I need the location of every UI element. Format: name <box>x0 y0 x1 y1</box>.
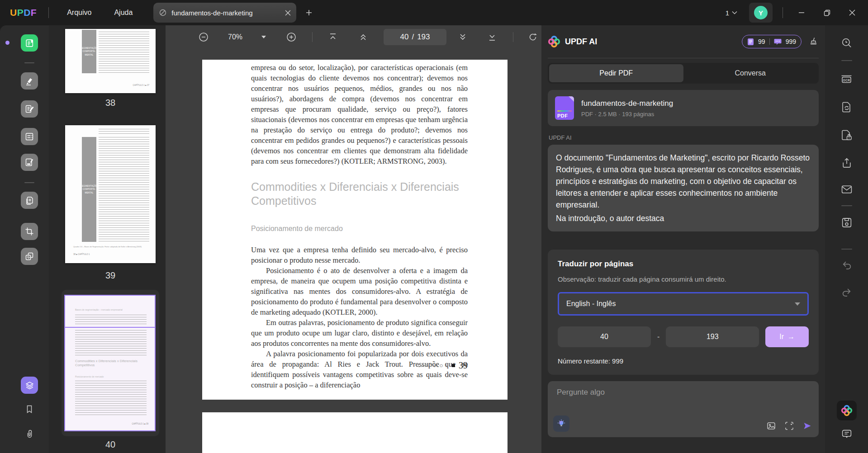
pdf-page-40 <box>202 412 508 453</box>
attachments-panel-button[interactable] <box>21 425 38 442</box>
prompt-card <box>548 381 819 437</box>
language-value: English - Inglês <box>566 300 616 308</box>
zoom-in-button[interactable] <box>286 32 297 42</box>
updf-ai-icon <box>548 35 560 48</box>
form-button[interactable] <box>21 128 38 145</box>
chevron-down-icon <box>732 11 737 14</box>
send-button[interactable] <box>802 421 812 431</box>
undo-button[interactable] <box>841 260 852 271</box>
thumbnail-page-38[interactable]: SEGMENTAÇÃO COMPORTA- MENTAL CAPÍTULO 1 … <box>65 29 156 93</box>
updf-ai-button[interactable] <box>837 401 857 420</box>
tab-ask-pdf[interactable]: Pedir PDF <box>549 64 683 82</box>
next-page-button[interactable] <box>458 32 468 42</box>
page-scroll-area[interactable]: empresa ou do setor, localização), por c… <box>166 49 541 453</box>
watermark-button[interactable] <box>21 248 38 265</box>
bookmarks-panel-button[interactable] <box>21 401 38 418</box>
clear-chat-button[interactable] <box>809 37 819 47</box>
divider <box>513 32 513 42</box>
thumb-mini-subheading: Bases de segmentação – mercado empresari… <box>75 308 123 311</box>
bookmark-icon <box>25 405 34 414</box>
undo-icon <box>841 260 852 271</box>
convert-button[interactable] <box>841 101 852 113</box>
crop-button[interactable] <box>21 223 38 240</box>
suggestions-button[interactable] <box>553 415 569 432</box>
divider <box>841 249 852 250</box>
range-to-input[interactable] <box>666 326 759 347</box>
save-icon <box>841 217 852 228</box>
redo-button[interactable] <box>841 287 852 298</box>
ai-header: UPDF AI 99 999 <box>548 25 819 58</box>
thumb-text-lines <box>75 381 147 417</box>
thumb-mini-subheading: Posicionamento de mercado <box>75 375 104 378</box>
window-count-dropdown[interactable]: 1 <box>726 9 737 17</box>
credits-badge[interactable]: 99 999 <box>742 35 802 48</box>
chat-credit-icon <box>774 38 782 45</box>
chevron-down-icon <box>795 302 800 306</box>
document-tab[interactable]: fundamentos-de-marketing <box>153 3 296 23</box>
file-card[interactable]: PDF fundamentos-de-marketing PDF · 2.5 M… <box>548 90 819 126</box>
page-range-row: - Ir → <box>558 326 809 347</box>
feedback-button[interactable] <box>841 429 852 440</box>
thumb-mini-heading: Commodities x Diferenciais x Diferenciai… <box>75 359 143 368</box>
protect-button[interactable] <box>841 129 853 141</box>
prompt-input[interactable] <box>556 387 811 397</box>
previous-page-button[interactable] <box>358 32 368 42</box>
highlighter-button[interactable] <box>21 72 38 90</box>
menu-arquivo[interactable]: Arquivo <box>62 6 96 19</box>
reader-mode-button[interactable] <box>21 34 38 52</box>
organize-pages-button[interactable] <box>21 192 38 209</box>
range-from-input[interactable] <box>558 326 651 347</box>
mail-button[interactable] <box>841 184 852 194</box>
pdf-fold <box>569 96 574 102</box>
screenshot-button[interactable] <box>784 421 794 431</box>
thumbnails-panel: SEGMENTAÇÃO COMPORTA- MENTAL CAPÍTULO 1 … <box>49 25 166 453</box>
zoom-level[interactable]: 70% <box>228 33 242 41</box>
signature-button[interactable] <box>21 154 38 171</box>
first-page-button[interactable] <box>328 32 338 42</box>
ai-message-bubble: O documento "Fundamentos de Marketing", … <box>548 145 819 231</box>
share-button[interactable] <box>841 157 852 169</box>
edit-text-button[interactable] <box>21 100 38 118</box>
tab-conversa[interactable]: Conversa <box>683 64 818 82</box>
redo-icon <box>841 287 852 298</box>
zoom-dropdown-caret[interactable] <box>261 36 266 38</box>
mail-icon <box>841 184 852 194</box>
close-window-button[interactable] <box>845 6 859 19</box>
search-button[interactable] <box>841 37 853 49</box>
thumb-text-lines <box>75 315 147 326</box>
share-icon <box>841 157 852 169</box>
thumbnail-page-39[interactable]: SEGMENTAÇÃO COMPORTA- MENTAL Quadro 1.6 … <box>65 125 156 263</box>
footer-square <box>452 364 455 367</box>
attach-image-button[interactable] <box>766 421 776 431</box>
divider <box>24 62 34 63</box>
thumbnail-label-39: 39 <box>65 270 156 281</box>
language-select[interactable]: English - Inglês <box>558 292 809 316</box>
thumb-text-lines <box>99 129 149 135</box>
ocr-button[interactable]: OCR <box>825 73 868 85</box>
maximize-button[interactable] <box>820 6 834 19</box>
no-edit-icon <box>159 9 167 17</box>
viewport-indicator[interactable] <box>65 327 155 328</box>
account-button[interactable]: Y <box>749 3 773 23</box>
zoom-out-button[interactable] <box>198 32 209 42</box>
window-count: 1 <box>726 9 729 17</box>
minimize-button[interactable] <box>795 6 808 19</box>
left-toolbar <box>0 25 49 453</box>
feedback-icon <box>841 429 852 440</box>
close-tab-icon[interactable] <box>285 10 291 16</box>
new-tab-icon[interactable] <box>305 9 313 16</box>
save-button[interactable] <box>841 217 852 228</box>
page-current[interactable]: 40 <box>400 33 408 42</box>
menu-ajuda[interactable]: Ajuda <box>109 6 137 19</box>
thumbnails-panel-button[interactable] <box>21 377 38 394</box>
range-separator: - <box>657 333 659 341</box>
pdf-stripe <box>557 110 572 112</box>
page-indicator[interactable]: 40 / 193 <box>384 29 446 45</box>
last-page-button[interactable] <box>487 32 497 42</box>
thumbnail-page-40[interactable]: Bases de segmentação – mercado empresari… <box>64 295 156 431</box>
thumb-sidebar-label: SEGMENTAÇÃO COMPORTA- MENTAL <box>82 137 96 242</box>
file-name: fundamentos-de-marketing <box>581 99 673 108</box>
translate-go-button[interactable]: Ir → <box>765 326 809 347</box>
rotate-page-button[interactable] <box>528 32 538 42</box>
edit-text-icon <box>25 104 34 113</box>
